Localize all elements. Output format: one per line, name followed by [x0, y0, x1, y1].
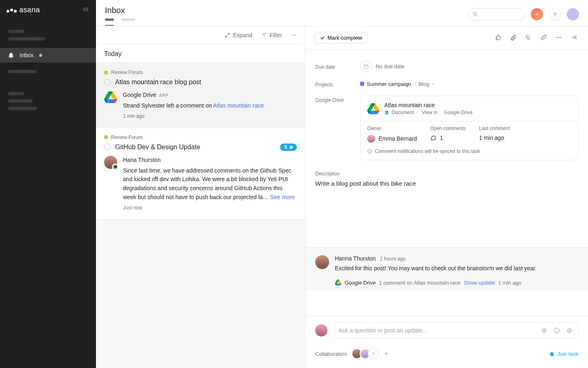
add-collaborator-plus[interactable]: + [384, 350, 388, 357]
close-detail-button[interactable] [569, 32, 579, 44]
more-icon [555, 34, 562, 41]
show-update-link[interactable]: Show update [464, 280, 495, 286]
bell-icon [549, 351, 555, 357]
inbox-item-summary: Since last time, we have addressed comme… [123, 166, 297, 202]
sidebar-item-label: Inbox [20, 52, 33, 58]
inbox-item-title: GitHub Dev & Design Update [115, 144, 200, 151]
comment-author: Hanna Thurston [335, 255, 376, 262]
attachment-title: Atlas mountain race [384, 102, 472, 108]
more-icon [291, 32, 297, 38]
svg-point-11 [372, 352, 374, 354]
help-button[interactable]: ? [549, 8, 561, 20]
timestamp: Just now [123, 204, 297, 212]
chevron-down-icon [431, 82, 435, 86]
attach-button[interactable] [508, 32, 519, 44]
project-chip[interactable]: Summer campaign [360, 81, 411, 87]
attachment-subtitle: Document·View in Google Drive [384, 110, 472, 115]
owner-value: Emma Bernard [367, 135, 417, 143]
sidebar-placeholder [8, 92, 24, 95]
emoji-icon[interactable] [553, 327, 560, 334]
add-collaborator-button[interactable] [368, 348, 379, 359]
sidebar-placeholder [8, 107, 37, 110]
sync-note: Comment notifications will be synced to … [361, 145, 578, 160]
google-drive-attachment-card[interactable]: Atlas mountain race Document·View in Goo… [360, 96, 578, 160]
google-drive-icon [335, 279, 341, 286]
meta-label: Open comments [430, 126, 466, 131]
tabs [105, 18, 468, 26]
comment-composer[interactable]: Ask a question or post an update… [333, 322, 578, 339]
tab-placeholder[interactable] [121, 18, 135, 21]
user-avatar-icon [367, 135, 375, 143]
brand-name: asana [19, 6, 40, 14]
create-button[interactable]: + [531, 8, 543, 20]
inbox-item[interactable]: Review Forum GitHub Dev & Design Update … [96, 128, 305, 220]
like-button[interactable] [493, 32, 503, 44]
due-date-field[interactable]: No due date [360, 61, 578, 72]
inbox-item[interactable]: Review Forum Atlas mountain race blog po… [96, 63, 305, 128]
task-complete-checkbox[interactable] [104, 144, 111, 150]
comment-time: 2 hours ago [380, 256, 405, 262]
unread-indicator-icon [39, 54, 42, 57]
user-avatar [315, 255, 329, 269]
sidebar-placeholder [8, 30, 24, 33]
inbox-section-header: Today [96, 45, 305, 63]
sidebar-placeholder [8, 70, 37, 73]
field-label: Google Drive [315, 96, 360, 103]
meta-label: Owner [367, 126, 417, 131]
sidebar-placeholder [8, 37, 45, 40]
sidebar-placeholder [8, 99, 33, 103]
logo[interactable]: asana [7, 6, 40, 14]
profile-avatar[interactable] [567, 8, 579, 20]
page-title: Inbox [105, 6, 468, 15]
filter-button[interactable]: Filter [261, 32, 282, 38]
project-section-dropdown[interactable]: Blog [419, 81, 435, 87]
asana-logo-icon [7, 9, 17, 11]
see-more-link[interactable]: See more [270, 194, 295, 200]
google-drive-icon [104, 91, 117, 104]
actor-name: Hana Thurston [123, 156, 297, 165]
check-icon [320, 35, 325, 40]
info-icon [367, 149, 372, 154]
actor-name: Google Drive [123, 92, 156, 98]
inbox-pane: Expand Filter Today Review Forum Atlas m… [96, 26, 305, 368]
more-button[interactable] [291, 32, 297, 38]
sidebar-item-inbox[interactable]: Inbox [0, 48, 96, 63]
tab-placeholder-active[interactable] [105, 18, 114, 21]
field-label: Due date [315, 63, 360, 70]
expand-button[interactable]: Expand [225, 32, 252, 38]
inbox-item-summary: Strand Sylvester left a comment on Atlas… [123, 101, 297, 110]
task-complete-checkbox[interactable] [104, 79, 111, 86]
drive-update-row: Google Drive 1 comment on Atlas mountain… [335, 279, 578, 286]
sidebar-collapse-icon[interactable] [82, 6, 89, 14]
search-input[interactable] [468, 8, 525, 20]
join-task-button[interactable]: Join task [549, 351, 578, 357]
current-user-avatar [315, 324, 327, 337]
comment-icon [430, 135, 437, 141]
attachment-icon [510, 34, 517, 41]
copy-link-button[interactable] [539, 32, 549, 44]
more-actions-button[interactable] [554, 32, 564, 44]
mark-complete-button[interactable]: Mark complete [314, 32, 368, 44]
subtask-icon [525, 34, 532, 41]
description-text[interactable]: Write a blog post about this bike race [315, 180, 578, 187]
thumb-up-icon [495, 34, 502, 41]
doc-link[interactable]: Atlas mountain race [213, 102, 264, 109]
filter-icon [261, 32, 267, 38]
subtask-button[interactable] [523, 32, 534, 44]
app-badge: APP [159, 93, 169, 98]
link-icon [540, 34, 547, 41]
last-comment-value: 1 min ago [479, 135, 510, 141]
user-avatar [104, 156, 117, 169]
google-drive-icon [367, 103, 379, 115]
document-icon [384, 110, 389, 115]
collaborators-label: Collaborators [315, 351, 347, 357]
project-tag: Review Forum [104, 70, 297, 75]
field-label: Description [315, 171, 578, 177]
field-label: Projects [315, 80, 360, 88]
close-panel-icon [570, 34, 577, 41]
search-icon [472, 11, 478, 17]
expand-icon [225, 32, 230, 38]
inbox-item-title: Atlas mountain race blog post [115, 79, 201, 86]
at-mention-icon[interactable] [541, 327, 548, 334]
at-mention-icon[interactable] [566, 327, 573, 334]
